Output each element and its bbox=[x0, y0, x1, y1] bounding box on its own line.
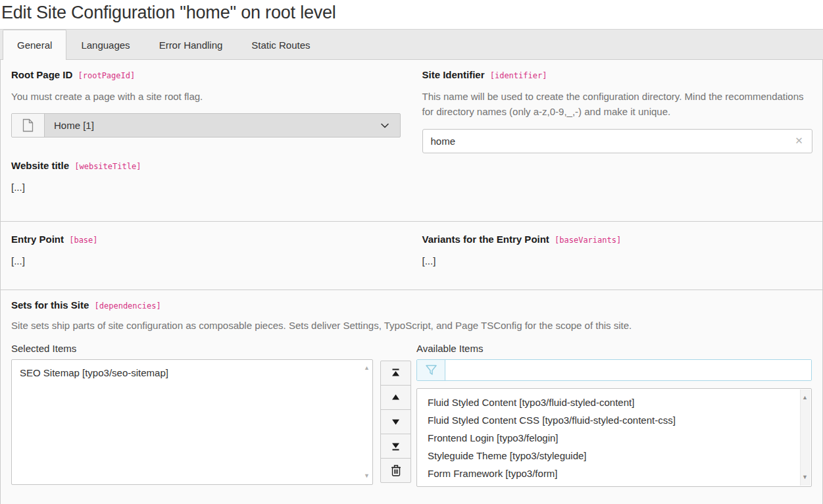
move-up-icon[interactable] bbox=[380, 385, 411, 410]
base-variants-code: [baseVariants] bbox=[555, 236, 621, 245]
tab-bar: General Languages Error Handling Static … bbox=[0, 29, 823, 59]
section-entry-point: Entry Point [base] [...] Variants for th… bbox=[1, 221, 822, 290]
page-title: Edit Site Configuration "home" on root l… bbox=[0, 0, 823, 23]
website-title-expand-toggle[interactable]: [...] bbox=[11, 182, 25, 193]
selected-item[interactable]: SEO Sitemap [typo3/seo-sitemap] bbox=[12, 365, 372, 381]
section-identity: Root Page ID [rootPageId] You must creat… bbox=[1, 60, 822, 221]
filter-input[interactable] bbox=[445, 360, 811, 380]
tab-content-panel: Root Page ID [rootPageId] You must creat… bbox=[0, 59, 823, 504]
available-item[interactable]: Fluid Styled Content [typo3/fluid-styled… bbox=[417, 393, 811, 411]
available-items-filter bbox=[416, 359, 812, 381]
scroll-down-icon[interactable]: ▼ bbox=[802, 474, 808, 480]
field-base-variants: Variants for the Entry Point [baseVarian… bbox=[422, 234, 812, 266]
available-item[interactable]: Styleguide Theme [typo3/styleguide] bbox=[417, 447, 811, 465]
website-title-label: Website title bbox=[11, 160, 69, 171]
site-identifier-label: Site Identifier bbox=[422, 69, 485, 80]
field-website-title: Website title [websiteTitle] [...] bbox=[11, 160, 401, 193]
scrollbar[interactable]: ▲ ▼ bbox=[800, 390, 811, 486]
site-identifier-input[interactable] bbox=[422, 129, 812, 153]
available-items-label: Available Items bbox=[416, 343, 812, 354]
dependencies-label: Sets for this Site bbox=[11, 299, 89, 311]
site-identifier-code: [identifier] bbox=[490, 71, 547, 80]
available-item[interactable]: Frontend Login [typo3/felogin] bbox=[417, 429, 811, 447]
entry-point-code: [base] bbox=[69, 236, 97, 245]
move-to-top-icon[interactable] bbox=[380, 361, 411, 386]
tab-static-routes[interactable]: Static Routes bbox=[237, 30, 324, 59]
base-variants-expand-toggle[interactable]: [...] bbox=[422, 255, 436, 266]
entry-point-expand-toggle[interactable]: [...] bbox=[11, 255, 25, 266]
website-title-code: [websiteTitle] bbox=[74, 162, 141, 171]
tab-languages[interactable]: Languages bbox=[66, 30, 144, 59]
available-item[interactable]: Form Framework [typo3/form] bbox=[417, 465, 811, 482]
root-page-id-code: [rootPageId] bbox=[78, 71, 136, 80]
chevron-down-icon bbox=[380, 121, 389, 130]
list-controls bbox=[380, 343, 411, 483]
site-identifier-description: This name will be used to create the con… bbox=[422, 89, 812, 120]
field-site-identifier: Site Identifier [identifier] This name w… bbox=[422, 69, 812, 193]
available-items-list[interactable]: Fluid Styled Content [typo3/fluid-styled… bbox=[416, 388, 812, 487]
root-page-id-description: You must create a page with a site root … bbox=[11, 89, 401, 104]
scroll-up-icon[interactable]: ▲ bbox=[802, 395, 808, 401]
page-icon bbox=[12, 114, 45, 137]
entry-point-label: Entry Point bbox=[11, 234, 64, 245]
clear-icon[interactable]: ✕ bbox=[792, 134, 807, 148]
scroll-down-icon[interactable]: ▼ bbox=[364, 473, 370, 479]
trash-icon[interactable] bbox=[380, 458, 411, 483]
selected-items-label: Selected Items bbox=[11, 343, 373, 354]
base-variants-label: Variants for the Entry Point bbox=[422, 234, 549, 245]
root-page-id-label: Root Page ID bbox=[11, 69, 72, 80]
funnel-icon bbox=[417, 360, 445, 380]
move-down-icon[interactable] bbox=[380, 409, 411, 434]
available-item[interactable]: Fluid Styled Content CSS [typo3/fluid-st… bbox=[417, 411, 811, 429]
scroll-up-icon[interactable]: ▲ bbox=[364, 365, 370, 371]
root-page-select[interactable]: Home [1] bbox=[11, 113, 401, 138]
dependencies-description: Site sets ship parts of site configurati… bbox=[11, 320, 812, 331]
dependencies-code: [dependencies] bbox=[95, 301, 161, 311]
tab-error-handling[interactable]: Error Handling bbox=[145, 30, 237, 59]
section-site-sets: Sets for this Site [dependencies] Site s… bbox=[1, 290, 822, 504]
tab-general[interactable]: General bbox=[3, 30, 66, 60]
selected-items-list[interactable]: SEO Sitemap [typo3/seo-sitemap] ▲ ▼ bbox=[11, 359, 373, 485]
field-root-page-id: Root Page ID [rootPageId] You must creat… bbox=[11, 69, 401, 193]
field-entry-point: Entry Point [base] [...] bbox=[11, 234, 401, 266]
root-page-selected-value: Home [1] bbox=[54, 120, 94, 131]
move-to-bottom-icon[interactable] bbox=[380, 434, 411, 459]
